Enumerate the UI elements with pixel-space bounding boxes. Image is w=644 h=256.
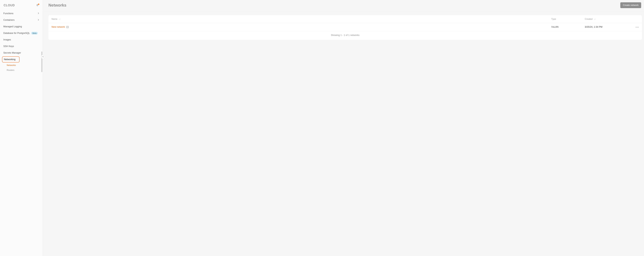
column-header-created[interactable]: Created ↓↑ [585, 18, 631, 20]
notifications-button[interactable] [36, 4, 39, 7]
sidebar-item-label: Database for PostgreSQL [3, 32, 30, 34]
column-header-name[interactable]: Name ↓↑ [52, 18, 551, 20]
sidebar-item-label: Managed Logging [3, 25, 22, 28]
main-content: Networks Create network Name ↓↑ Type Cre… [43, 0, 644, 256]
brand-title: CLOUD [4, 4, 15, 7]
sidebar-nav: Functions Containers Managed Logging Dat… [0, 10, 43, 72]
column-header-label: Name [52, 18, 57, 20]
row-actions-button[interactable] [636, 26, 639, 28]
table-footer: Showing 1 - 1 of 1 networks [48, 31, 642, 40]
subnav-networks[interactable]: Networks [7, 64, 41, 66]
column-header-type[interactable]: Type [551, 18, 585, 20]
sidebar-item-secrets-manager[interactable]: Secrets Manager [2, 50, 41, 56]
networks-table: Name ↓↑ Type Created ↓↑ New network [48, 15, 642, 40]
content-area: Name ↓↑ Type Created ↓↑ New network [43, 11, 644, 40]
sidebar-item-label: Containers [3, 19, 14, 22]
sidebar-item-functions[interactable]: Functions [2, 10, 41, 16]
sidebar-collapse-button[interactable] [42, 55, 44, 59]
sidebar-item-networking[interactable]: Networking [2, 56, 20, 62]
svg-point-1 [637, 27, 638, 28]
sidebar-scrollbar-thumb[interactable] [41, 52, 42, 72]
cell-created: 3/25/24, 1:34 PM [585, 26, 631, 28]
bell-icon [36, 5, 39, 7]
column-header-label: Type [551, 18, 556, 20]
networking-subnav: Networks Routers [2, 63, 41, 72]
page-title: Networks [48, 3, 66, 8]
column-header-label: Created [585, 18, 592, 20]
sidebar-item-images[interactable]: Images [2, 37, 41, 43]
subnav-routers[interactable]: Routers [7, 69, 41, 72]
sidebar-item-label: Images [3, 38, 11, 41]
sidebar-item-managed-logging[interactable]: Managed Logging [2, 24, 41, 30]
network-name-link[interactable]: New network [52, 26, 65, 28]
more-horizontal-icon [636, 26, 639, 28]
table-header-row: Name ↓↑ Type Created ↓↑ [48, 15, 642, 23]
sort-icon: ↓↑ [59, 18, 61, 20]
sidebar-header: CLOUD [0, 2, 43, 10]
create-network-button[interactable]: Create network [620, 2, 641, 8]
svg-point-2 [638, 27, 639, 28]
id-badge[interactable]: ID [66, 26, 69, 28]
sidebar-item-containers[interactable]: Containers [2, 17, 41, 23]
sidebar-item-label: Functions [3, 12, 14, 15]
chevron-left-icon [42, 56, 44, 58]
sidebar-item-ssh-keys[interactable]: SSH Keys [2, 43, 41, 49]
page-header: Networks Create network [43, 0, 644, 11]
sort-icon: ↓↑ [594, 18, 596, 20]
notification-dot [38, 4, 39, 5]
chevron-right-icon [38, 19, 39, 22]
sidebar-item-database-postgresql[interactable]: Database for PostgreSQL Beta [2, 30, 41, 36]
beta-badge: Beta [31, 32, 38, 34]
sidebar-item-networking-row: Networking [2, 56, 41, 62]
sidebar-item-label: Networking [4, 58, 16, 61]
table-row: New network ID VxLAN 3/25/24, 1:34 PM [48, 23, 642, 31]
svg-point-0 [636, 27, 636, 28]
cell-type: VxLAN [551, 26, 585, 28]
chevron-right-icon [38, 12, 39, 15]
sidebar-item-label: Secrets Manager [3, 52, 21, 54]
cell-name: New network ID [52, 26, 551, 28]
sidebar: CLOUD Functions Containers [0, 0, 43, 256]
sidebar-item-label: SSH Keys [3, 45, 14, 48]
